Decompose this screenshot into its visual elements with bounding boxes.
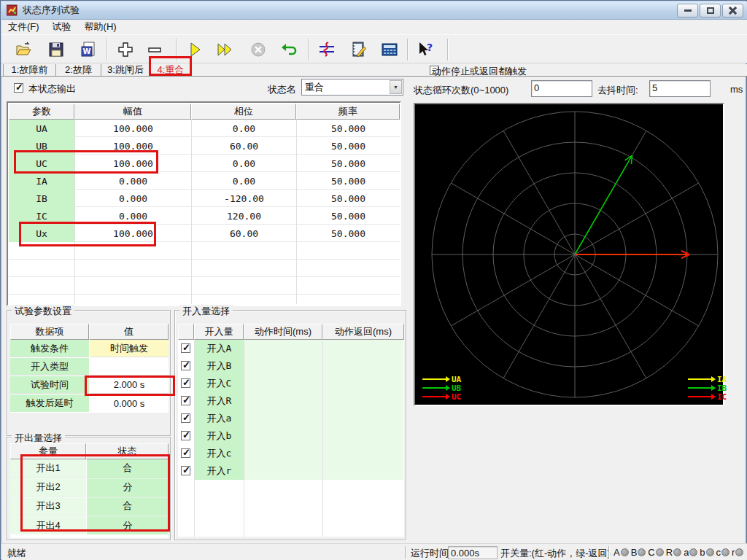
input-row-name[interactable]: 开入r bbox=[195, 462, 244, 480]
param-amplitude[interactable]: 0.000 bbox=[75, 190, 191, 207]
param-frequency[interactable]: 50.000 bbox=[297, 207, 400, 225]
tab-reclose[interactable]: 4:重合 bbox=[150, 64, 192, 76]
input-action-time[interactable] bbox=[244, 392, 322, 410]
input-row-name[interactable]: 开入B bbox=[195, 357, 244, 375]
input-row-name[interactable]: 开入a bbox=[195, 410, 244, 427]
output-state[interactable]: 合 bbox=[87, 459, 169, 478]
tab-post-trip[interactable]: 3:跳闸后 bbox=[101, 64, 150, 76]
param-phase[interactable]: 0.00 bbox=[192, 120, 296, 137]
param-name[interactable]: UA bbox=[9, 120, 74, 137]
input-action-time[interactable] bbox=[244, 357, 322, 375]
input-action-return[interactable] bbox=[323, 375, 403, 392]
calculator-button[interactable] bbox=[379, 39, 400, 60]
output-state[interactable]: 合 bbox=[87, 497, 169, 516]
input-row-name[interactable]: 开入A bbox=[195, 340, 244, 357]
save-button[interactable] bbox=[45, 39, 67, 60]
maximize-button[interactable] bbox=[700, 4, 721, 18]
col-header-frequency[interactable]: 频率 bbox=[296, 104, 400, 120]
add-state-button[interactable] bbox=[115, 39, 136, 60]
col-header-action-return[interactable]: 动作返回(ms) bbox=[322, 324, 404, 340]
col-header-amplitude[interactable]: 幅值 bbox=[74, 104, 191, 120]
close-button[interactable] bbox=[722, 4, 743, 18]
param-name[interactable]: IB bbox=[9, 190, 74, 207]
chevron-down-icon[interactable]: ▼ bbox=[390, 80, 402, 94]
run-button[interactable] bbox=[184, 39, 206, 60]
tab-fault[interactable]: 2:故障 bbox=[56, 64, 101, 76]
input-row-checkbox[interactable] bbox=[181, 396, 190, 405]
input-action-return[interactable] bbox=[323, 392, 403, 410]
param-frequency[interactable]: 50.000 bbox=[297, 137, 400, 155]
input-action-time[interactable] bbox=[244, 340, 322, 357]
export-word-button[interactable]: W bbox=[78, 39, 100, 60]
input-action-time[interactable] bbox=[244, 375, 322, 392]
input-row-checkbox[interactable] bbox=[181, 466, 190, 475]
col-header-action-time[interactable]: 动作时间(ms) bbox=[244, 324, 322, 340]
test-param-value[interactable]: 时间触发 bbox=[90, 340, 169, 357]
param-name[interactable]: IA bbox=[9, 172, 74, 190]
input-action-time[interactable] bbox=[244, 410, 322, 427]
output-name[interactable]: 开出1 bbox=[10, 459, 86, 478]
output-state[interactable]: 分 bbox=[87, 516, 169, 534]
param-frequency[interactable]: 50.000 bbox=[297, 225, 400, 242]
input-row-checkbox[interactable] bbox=[181, 378, 190, 388]
param-frequency[interactable]: 50.000 bbox=[297, 155, 400, 172]
test-param-value[interactable] bbox=[90, 358, 169, 376]
col-header-data-item[interactable]: 数据项 bbox=[10, 324, 89, 340]
input-action-time[interactable] bbox=[244, 445, 322, 462]
param-amplitude[interactable]: 0.000 bbox=[75, 172, 191, 190]
param-amplitude[interactable]: 100.000 bbox=[75, 137, 191, 155]
input-row-name[interactable]: 开入C bbox=[195, 375, 244, 392]
param-phase[interactable]: 60.00 bbox=[192, 137, 296, 155]
debounce-input[interactable]: 5 bbox=[649, 80, 711, 97]
test-param-name[interactable]: 开入类型 bbox=[10, 358, 89, 376]
output-name[interactable]: 开出3 bbox=[10, 497, 86, 516]
param-phase[interactable]: 0.00 bbox=[192, 155, 296, 172]
menu-file[interactable]: 文件(F) bbox=[1, 19, 46, 35]
input-row-name[interactable]: 开入b bbox=[195, 427, 244, 445]
stop-button[interactable] bbox=[247, 39, 269, 60]
col-header-output-param[interactable]: 参量 bbox=[10, 443, 86, 459]
output-state[interactable]: 分 bbox=[87, 478, 169, 497]
param-amplitude[interactable]: 100.000 bbox=[75, 120, 191, 137]
input-action-time[interactable] bbox=[244, 462, 322, 480]
input-action-return[interactable] bbox=[323, 357, 403, 375]
tab-pre-fault[interactable]: 1:故障前 bbox=[3, 64, 56, 76]
input-row-name[interactable]: 开入c bbox=[195, 445, 244, 462]
param-amplitude[interactable]: 0.000 bbox=[75, 207, 191, 225]
input-action-return[interactable] bbox=[323, 445, 403, 462]
param-name[interactable]: UB bbox=[9, 137, 74, 155]
test-param-value[interactable]: 0.000 s bbox=[90, 394, 169, 412]
input-action-return[interactable] bbox=[323, 462, 403, 480]
param-phase[interactable]: 0.00 bbox=[192, 172, 296, 190]
state-output-checkbox[interactable] bbox=[14, 83, 23, 93]
input-row-name[interactable]: 开入R bbox=[195, 392, 244, 410]
col-header-input-name[interactable]: 开入量 bbox=[194, 324, 244, 340]
input-row-checkbox[interactable] bbox=[181, 343, 190, 353]
param-amplitude[interactable]: 100.000 bbox=[75, 155, 191, 172]
col-header-output-state[interactable]: 状态 bbox=[86, 443, 169, 459]
menu-test[interactable]: 试验 bbox=[46, 19, 78, 35]
context-help-button[interactable]: ? bbox=[414, 39, 436, 60]
input-action-return[interactable] bbox=[323, 410, 403, 427]
param-name[interactable]: UC bbox=[9, 155, 74, 172]
loop-count-input[interactable]: 0 bbox=[531, 80, 592, 97]
state-name-combobox[interactable]: 重合 ▼ bbox=[301, 79, 403, 96]
open-button[interactable] bbox=[12, 39, 34, 60]
waveform-button[interactable] bbox=[316, 39, 338, 60]
col-header-value[interactable]: 值 bbox=[89, 324, 169, 340]
input-row-checkbox[interactable] bbox=[181, 361, 190, 370]
output-name[interactable]: 开出4 bbox=[10, 516, 86, 534]
input-row-checkbox[interactable] bbox=[181, 413, 190, 423]
param-name[interactable]: Ux bbox=[9, 225, 74, 242]
param-frequency[interactable]: 50.000 bbox=[297, 172, 400, 190]
param-amplitude[interactable]: 100.000 bbox=[75, 225, 191, 242]
param-phase[interactable]: 60.00 bbox=[192, 225, 296, 242]
menu-help[interactable]: 帮助(H) bbox=[78, 19, 123, 35]
input-action-return[interactable] bbox=[323, 427, 403, 445]
param-phase[interactable]: -120.00 bbox=[192, 190, 296, 207]
test-param-name[interactable]: 试验时间 bbox=[10, 376, 89, 394]
input-action-return[interactable] bbox=[323, 340, 403, 357]
param-frequency[interactable]: 50.000 bbox=[297, 120, 400, 137]
param-frequency[interactable]: 50.000 bbox=[297, 190, 400, 207]
test-param-value[interactable]: 2.000 s bbox=[90, 376, 169, 394]
